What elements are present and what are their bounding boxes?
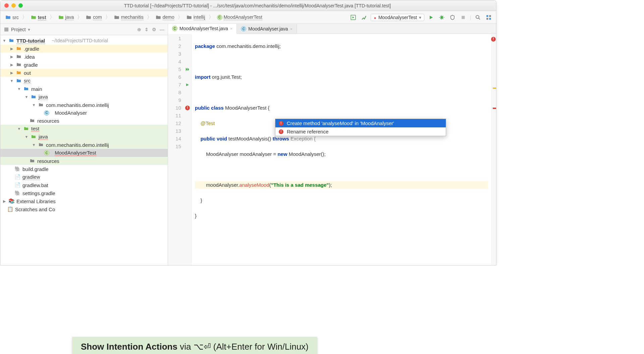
minimize-window-icon[interactable] — [11, 3, 16, 8]
breadcrumb-src[interactable]: src — [4, 14, 20, 21]
popup-create-method[interactable]: !Create method 'analyseMood' in 'MoodAna… — [275, 119, 446, 127]
tree-item-test[interactable]: ▼test — [0, 125, 168, 133]
svg-rect-9 — [4, 29, 8, 30]
svg-rect-6 — [486, 18, 488, 19]
tree-item-main-resources[interactable]: resources — [0, 117, 168, 125]
run-config-selector[interactable]: ⬥MoodAnalyserTest▾ — [371, 14, 424, 21]
run-icon[interactable] — [427, 13, 435, 21]
close-tab-icon[interactable]: × — [230, 26, 233, 31]
tree-item-gradle[interactable]: ▶gradle — [0, 61, 168, 69]
tree-item-build-gradle[interactable]: 🐘build.gradle — [0, 165, 168, 173]
tree-item-scratches[interactable]: 📋Scratches and Co — [0, 205, 168, 213]
tree-item-main-pkg[interactable]: ▼com.mechanitis.demo.intellij — [0, 101, 168, 109]
tree-item-moodanalysertest[interactable]: C MoodAnalyserTest — [0, 149, 168, 157]
project-sidebar: Project ▾ ⊕ ⇕ ⚙ — ▼TTD-tutorial ~/IdeaPr… — [0, 24, 168, 265]
tree-item-main-java[interactable]: ▼java — [0, 93, 168, 101]
intention-actions-popup: !Create method 'analyseMood' in 'MoodAna… — [275, 119, 446, 136]
svg-rect-4 — [486, 15, 488, 17]
breadcrumb-test[interactable]: test — [29, 14, 48, 21]
run-class-icon[interactable] — [185, 65, 190, 73]
close-window-icon[interactable] — [4, 3, 9, 8]
titlebar: TTD-tutorial [~/IdeaProjects/TTD-tutoria… — [0, 0, 496, 11]
expand-all-icon[interactable]: ⇕ — [145, 27, 149, 32]
stop-icon[interactable] — [459, 13, 467, 21]
window-title: TTD-tutorial [~/IdeaProjects/TTD-tutoria… — [23, 3, 492, 8]
error-stripe[interactable]: ! — [491, 34, 496, 266]
tree-item-gradle-dot[interactable]: ▶.gradle — [0, 45, 168, 53]
main-split: Project ▾ ⊕ ⇕ ⚙ — ▼TTD-tutorial ~/IdeaPr… — [0, 24, 496, 265]
tree-item-settings-gradle[interactable]: 🐘settings.gradle — [0, 189, 168, 197]
tree-item-test-resources[interactable]: resources — [0, 157, 168, 165]
error-indicator-icon[interactable]: ! — [491, 35, 496, 42]
ide-window: TTD-tutorial [~/IdeaProjects/TTD-tutoria… — [0, 0, 496, 266]
tree-item-src[interactable]: ▼src — [0, 77, 168, 85]
close-tab-icon[interactable]: × — [290, 26, 293, 32]
svg-rect-2 — [462, 16, 465, 19]
run-test-icon[interactable] — [185, 81, 190, 88]
project-tree[interactable]: ▼TTD-tutorial ~/IdeaProjects/TTD-tutoria… — [0, 35, 168, 265]
breadcrumb-class[interactable]: CMoodAnalyserTest — [216, 14, 264, 21]
svg-point-3 — [476, 15, 479, 18]
svg-rect-10 — [4, 30, 8, 31]
tree-item-idea[interactable]: ▶.idea — [0, 53, 168, 61]
select-opened-icon[interactable]: ⊕ — [137, 27, 141, 32]
editor-tabs: CMoodAnalyserTest.java× CMoodAnalyser.ja… — [168, 24, 496, 34]
project-structure-icon[interactable] — [485, 13, 493, 21]
project-tool-label: Project — [11, 27, 26, 32]
line-gutter: 123456789101112131415 ! — [168, 34, 192, 266]
coverage-icon[interactable] — [448, 13, 457, 21]
navigation-toolbar: src〉 test〉 java〉 com〉 mechanitis〉 demo〉 … — [0, 11, 496, 24]
tree-root[interactable]: ▼TTD-tutorial ~/IdeaProjects/TTD-tutoria… — [0, 37, 168, 45]
breadcrumb-demo[interactable]: demo — [154, 14, 176, 21]
popup-rename-reference[interactable]: !Rename reference — [275, 127, 446, 136]
breadcrumb-intellij[interactable]: intellij — [185, 14, 207, 21]
window-controls — [4, 3, 23, 8]
tree-item-gradlew-bat[interactable]: 📄gradlew.bat — [0, 181, 168, 189]
breadcrumb-mechanitis[interactable]: mechanitis — [112, 14, 145, 21]
tab-moodanalyser[interactable]: CMoodAnalyser.java× — [237, 24, 297, 34]
tree-item-gradlew[interactable]: 📄gradlew — [0, 173, 168, 181]
error-mark[interactable] — [493, 108, 496, 109]
breadcrumb-java[interactable]: java — [57, 14, 75, 21]
tree-item-out[interactable]: ▶out — [0, 69, 168, 77]
tree-item-test-java[interactable]: ▼java — [0, 133, 168, 141]
code-content[interactable]: package com.mechanitis.demo.intellij; im… — [192, 34, 491, 266]
editor-area: CMoodAnalyserTest.java× CMoodAnalyser.ja… — [168, 24, 496, 265]
maximize-window-icon[interactable] — [18, 3, 23, 8]
svg-rect-5 — [489, 15, 491, 17]
search-icon[interactable] — [474, 13, 482, 21]
tree-item-moodanalyser[interactable]: C MoodAnalyser — [0, 109, 168, 117]
svg-rect-7 — [489, 18, 491, 19]
project-tool-header[interactable]: Project ▾ ⊕ ⇕ ⚙ — — [0, 24, 168, 35]
tree-item-test-pkg[interactable]: ▼com.mechanitis.demo.intellij — [0, 141, 168, 149]
tree-item-external-libs[interactable]: ▶📚External Libraries — [0, 197, 168, 205]
build-icon[interactable] — [360, 13, 368, 21]
tab-moodanalysertest[interactable]: CMoodAnalyserTest.java× — [168, 24, 237, 34]
code-editor[interactable]: 123456789101112131415 ! package com.mech… — [168, 34, 496, 266]
svg-rect-8 — [4, 27, 8, 28]
gear-icon[interactable]: ⚙ — [152, 27, 156, 32]
warning-mark[interactable] — [493, 87, 496, 89]
hide-icon[interactable]: — — [160, 27, 164, 32]
debug-icon[interactable] — [438, 13, 446, 21]
tree-item-main[interactable]: ▼main — [0, 85, 168, 93]
intention-bulb-icon[interactable]: ! — [185, 104, 190, 112]
run-context-icon[interactable] — [349, 13, 357, 21]
breadcrumb-com[interactable]: com — [84, 14, 103, 21]
